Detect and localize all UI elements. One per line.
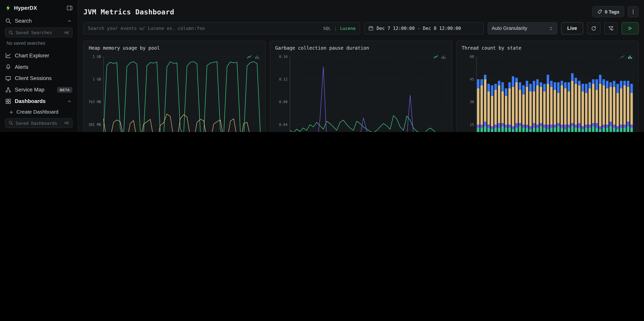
chart-title: Garbage collection pause duration <box>270 41 452 52</box>
more-options-button[interactable] <box>628 6 639 17</box>
page-title: JVM Metrics Dashboard <box>84 7 174 16</box>
refresh-button[interactable] <box>587 22 600 34</box>
saved-dashboards-field[interactable] <box>16 121 62 126</box>
app-root: HyperDX Search ⌘K No saved searches Char… <box>0 0 644 132</box>
chart-svg: 1 GB1 GB763 MB381 MB0 BDec 7 12:00:00 PM… <box>86 52 264 132</box>
sidebar-item-chart-explorer[interactable]: Chart Explorer <box>0 50 78 61</box>
filter-button[interactable] <box>604 22 618 34</box>
sidebar-item-client-sessions[interactable]: Client Sessions <box>0 73 78 84</box>
plus-icon <box>9 110 14 114</box>
saved-searches-field[interactable] <box>16 30 62 35</box>
filter-edit-icon <box>608 26 614 31</box>
brand-row: HyperDX <box>0 4 78 15</box>
beta-badge: BETA <box>57 87 72 93</box>
kebab-menu-icon <box>630 9 636 14</box>
line-chart-toggle-icon[interactable] <box>433 54 438 59</box>
run-query-button[interactable] <box>621 22 638 34</box>
hyperdx-logo-icon <box>5 5 11 11</box>
chart-canvas[interactable]: 0.160.120.080.040Dec 7 12:00:00 PM10:30:… <box>272 52 450 132</box>
chevron-up-icon <box>66 18 72 23</box>
service-map-icon <box>6 87 11 93</box>
chart-title: Thread count by state <box>457 41 638 52</box>
lucene-mode-toggle[interactable]: Lucene <box>340 26 356 31</box>
collapse-sidebar-icon[interactable] <box>66 5 73 11</box>
sidebar-item-search[interactable]: Search <box>0 15 78 27</box>
svg-text:60: 60 <box>470 55 474 59</box>
create-dashboard-label: Create Dashboard <box>16 109 58 115</box>
page-header: JVM Metrics Dashboard 0 Tags <box>84 0 639 17</box>
saved-dashboards-group[interactable]: SAVED DASHBOARDS <box>0 130 78 132</box>
granularity-select[interactable]: Auto Granularity <box>488 22 557 34</box>
sidebar: HyperDX Search ⌘K No saved searches Char… <box>0 0 78 132</box>
sidebar-item-service-map[interactable]: Service Map BETA <box>0 84 78 95</box>
svg-text:0.12: 0.12 <box>279 77 288 81</box>
bar-chart-toggle-icon[interactable] <box>441 54 446 59</box>
search-icon <box>8 30 13 35</box>
tags-button[interactable]: 0 Tags <box>592 6 624 17</box>
bell-icon <box>6 64 11 70</box>
chart-title: Heap memory usage by pool <box>84 41 266 52</box>
no-saved-searches-text: No saved searches <box>0 40 78 50</box>
granularity-value: Auto Granularity <box>492 25 527 31</box>
client-sessions-label: Client Sessions <box>15 75 52 81</box>
svg-text:763 MB: 763 MB <box>88 100 101 104</box>
chart-card-gc-pause: Garbage collection pause duration 0.160.… <box>270 41 452 132</box>
sidebar-item-alerts[interactable]: Alerts <box>0 61 78 73</box>
main-content: JVM Metrics Dashboard 0 Tags SQL | Lucen… <box>78 0 644 132</box>
sidebar-search-label: Search <box>15 18 32 24</box>
svg-text:1 GB: 1 GB <box>92 55 101 59</box>
chart-card-thread-count: Thread count by state 60453015Dec 7 12:0… <box>456 41 638 132</box>
chart-svg: 60453015Dec 7 12:00:00 PM10:30:00 PM11:3… <box>458 52 636 132</box>
bar-chart-toggle-icon[interactable] <box>628 54 632 59</box>
svg-text:0.16: 0.16 <box>279 55 288 59</box>
chart-canvas[interactable]: 60453015Dec 7 12:00:00 PM10:30:00 PM11:3… <box>458 52 636 132</box>
saved-searches-input[interactable]: ⌘K <box>5 27 73 37</box>
date-range-value: Dec 7 12:00:00 - Dec 8 12:00:00 <box>376 26 461 31</box>
tags-count-label: 0 Tags <box>605 9 619 14</box>
chart-explorer-label: Chart Explorer <box>15 52 49 58</box>
line-chart-toggle-icon[interactable] <box>620 54 625 59</box>
monitor-icon <box>6 75 11 81</box>
kbd-shortcut: ⌘K <box>64 30 69 35</box>
date-range-picker[interactable]: Dec 7 12:00:00 - Dec 8 12:00:00 <box>364 22 484 34</box>
svg-text:45: 45 <box>470 77 474 81</box>
svg-text:30: 30 <box>470 100 474 104</box>
calendar-icon <box>368 26 373 31</box>
kbd-shortcut: ⌘K <box>64 121 69 125</box>
chart-canvas[interactable]: 1 GB1 GB763 MB381 MB0 BDec 7 12:00:00 PM… <box>86 52 264 132</box>
sql-mode-toggle[interactable]: SQL <box>323 26 331 31</box>
refresh-icon <box>591 26 596 31</box>
svg-text:0.04: 0.04 <box>279 123 288 127</box>
chart-explorer-icon <box>6 52 11 58</box>
svg-text:381 MB: 381 MB <box>88 123 101 127</box>
service-map-label: Service Map <box>15 87 44 93</box>
toolbar: SQL | Lucene Dec 7 12:00:00 - Dec 8 12:0… <box>84 22 639 34</box>
search-icon <box>6 18 11 24</box>
saved-dashboards-input[interactable]: ⌘K <box>5 118 73 128</box>
svg-text:0.08: 0.08 <box>279 100 288 104</box>
svg-text:1 GB: 1 GB <box>92 77 101 81</box>
event-search-input[interactable] <box>88 26 320 31</box>
sidebar-item-dashboards[interactable]: Dashboards <box>0 95 78 107</box>
dashboards-grid-icon <box>6 98 11 104</box>
chevrons-updown-icon <box>549 26 553 30</box>
tag-icon <box>597 9 602 14</box>
dashboard-grid: Heap memory usage by pool 1 GB1 GB763 MB… <box>84 41 639 132</box>
alerts-label: Alerts <box>15 64 28 70</box>
bar-chart-toggle-icon[interactable] <box>254 54 260 59</box>
create-dashboard-button[interactable]: Create Dashboard <box>0 107 78 117</box>
line-chart-toggle-icon[interactable] <box>247 54 252 59</box>
chart-card-heap-memory: Heap memory usage by pool 1 GB1 GB763 MB… <box>84 41 266 132</box>
live-button[interactable]: Live <box>561 22 583 34</box>
chart-svg: 0.160.120.080.040Dec 7 12:00:00 PM10:30:… <box>272 52 450 132</box>
dashboards-label: Dashboards <box>15 98 46 104</box>
search-icon <box>8 121 13 125</box>
mode-divider: | <box>334 26 337 31</box>
event-search-box[interactable]: SQL | Lucene <box>84 22 360 34</box>
svg-text:15: 15 <box>470 123 474 127</box>
play-icon <box>628 26 632 31</box>
brand-name: HyperDX <box>14 5 37 11</box>
chevron-up-icon <box>66 99 72 104</box>
